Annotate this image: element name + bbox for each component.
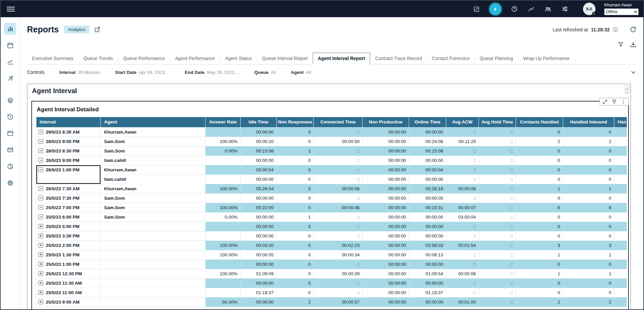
metric-cell[interactable]: :: (479, 165, 516, 174)
metric-cell[interactable]: 0 (563, 231, 614, 241)
sidebar-item-window[interactable] (4, 127, 16, 139)
metric-cell[interactable]: :: (314, 231, 363, 241)
metric-cell[interactable]: 2 (277, 297, 314, 307)
metric-cell[interactable] (614, 250, 627, 259)
menu-icon[interactable] (7, 7, 15, 11)
metric-cell[interactable] (206, 156, 241, 165)
metric-cell[interactable]: 00:03:30 (241, 241, 277, 250)
metric-cell[interactable]: 0 (516, 165, 563, 174)
metric-cell[interactable] (206, 193, 241, 203)
sidebar-item-layers[interactable] (4, 94, 16, 106)
metric-cell[interactable]: 6 (516, 203, 563, 212)
agent-cell[interactable]: Khurram.Awan (101, 184, 206, 193)
metric-cell[interactable]: :: (479, 212, 516, 222)
metric-cell[interactable]: 00:00:00 (363, 278, 409, 288)
column-header-connected-time[interactable]: Connected Time (314, 117, 363, 127)
metric-cell[interactable]: 0 (563, 174, 614, 184)
collapse-icon[interactable]: − (38, 130, 43, 134)
agent-cell[interactable]: liam.cahill (101, 174, 206, 184)
metric-cell[interactable]: 2 (563, 297, 614, 307)
metric-cell[interactable]: :: (314, 288, 363, 297)
metric-cell[interactable]: 0 (277, 278, 314, 288)
control-agent[interactable]: AgentAll (291, 70, 311, 75)
interval-cell[interactable]: −26/5/23 7:30 AM (36, 184, 101, 193)
metric-cell[interactable]: 00:00:00 (409, 212, 446, 222)
column-header-contacts-handled[interactable]: Contacts Handled (516, 117, 563, 127)
metric-cell[interactable] (614, 222, 627, 231)
metric-cell[interactable]: :: (479, 288, 516, 297)
agent-cell[interactable]: Khurram.Awan (101, 165, 206, 174)
collapse-icon[interactable]: − (38, 139, 43, 144)
metric-cell[interactable]: 00:00:00 (241, 193, 277, 203)
metric-cell[interactable] (206, 288, 241, 297)
agent-cell[interactable] (101, 269, 206, 278)
tab-agent-interval-report[interactable]: Agent Interval Report (313, 53, 370, 64)
metric-cell[interactable] (614, 288, 627, 297)
metric-cell[interactable]: 00:00:00 (241, 278, 277, 288)
metric-cell[interactable] (614, 127, 627, 137)
metric-cell[interactable]: 00:00:46 (314, 203, 363, 212)
agent-cell[interactable] (101, 250, 206, 259)
interval-cell[interactable]: −26/5/23 9:00 PM (36, 156, 101, 165)
metric-cell[interactable]: 0 (563, 156, 614, 165)
metric-cell[interactable]: :: (479, 222, 516, 231)
metric-cell[interactable]: :: (446, 231, 479, 241)
metric-cell[interactable]: 00:00:00 (409, 174, 446, 184)
control-queue[interactable]: QueueAll (254, 70, 276, 75)
metric-cell[interactable] (206, 231, 241, 241)
metric-cell[interactable] (206, 174, 241, 184)
metric-cell[interactable]: 0 (516, 193, 563, 203)
metric-cell[interactable]: 0 (516, 231, 563, 241)
metric-cell[interactable]: 00:22:00 (241, 203, 277, 212)
users-icon[interactable] (544, 5, 552, 13)
interval-cell[interactable]: −29/5/23 8:30 AM (36, 127, 101, 137)
metric-cell[interactable]: :: (479, 231, 516, 241)
metric-cell[interactable]: :: (479, 146, 516, 156)
metric-cell[interactable]: :: (479, 269, 516, 278)
agent-cell[interactable]: Sam.Som (101, 146, 206, 156)
metric-cell[interactable] (614, 269, 627, 278)
metric-cell[interactable]: 0 (277, 137, 314, 146)
sidebar-item-calendar[interactable] (4, 39, 16, 51)
column-header-non-responses[interactable]: Non Responses (277, 117, 314, 127)
expand-icon[interactable]: + (38, 224, 43, 229)
sidebar-item-settings[interactable] (4, 177, 16, 189)
metric-cell[interactable]: 1 (516, 250, 563, 259)
tab-executive-summary[interactable]: Executive Summary (27, 53, 79, 64)
metric-cell[interactable]: 00:00:00 (409, 278, 446, 288)
agent-cell[interactable]: Sam.Som (101, 203, 206, 212)
agent-cell[interactable] (101, 231, 206, 241)
metric-cell[interactable] (206, 165, 241, 174)
interval-cell[interactable]: −28/5/23 8:30 PM (36, 146, 101, 156)
sliders-icon[interactable] (561, 5, 569, 13)
info-icon[interactable] (613, 27, 618, 32)
expand-icon[interactable]: + (38, 300, 43, 304)
metric-cell[interactable]: 00:00:00 (409, 259, 446, 269)
metric-cell[interactable]: 2 (563, 137, 614, 146)
metric-cell[interactable]: 00:00:00 (363, 231, 409, 241)
metric-cell[interactable]: :: (446, 165, 479, 174)
tab-queue-performance[interactable]: Queue Performance (118, 53, 170, 64)
metric-cell[interactable]: 0 (516, 222, 563, 231)
metric-cell[interactable]: 0 (563, 127, 614, 137)
metric-cell[interactable] (614, 193, 627, 203)
metric-cell[interactable]: 0 (277, 222, 314, 231)
metric-cell[interactable]: 100.00% (206, 184, 241, 193)
metric-cell[interactable]: :: (314, 146, 363, 156)
metric-cell[interactable]: :: (446, 222, 479, 231)
scroll-down-icon[interactable]: ▼ (625, 90, 630, 94)
agent-cell[interactable] (101, 278, 206, 288)
metric-cell[interactable]: 0 (277, 193, 314, 203)
metric-cell[interactable] (206, 127, 241, 137)
sidebar-item-history[interactable] (4, 111, 16, 123)
metric-cell[interactable]: 00:15:06 (409, 146, 446, 156)
agent-cell[interactable] (101, 241, 206, 250)
column-header-answer-rate[interactable]: Answer Rate (206, 117, 241, 127)
metric-cell[interactable]: 2 (516, 297, 563, 307)
metrics-icon[interactable] (527, 5, 535, 13)
interval-cell[interactable]: +25/5/23 3:30 PM (36, 231, 101, 241)
metric-cell[interactable]: 1 (516, 269, 563, 278)
tab-contract-trace-record[interactable]: Contract Trace Record (370, 53, 427, 64)
metric-cell[interactable]: 00:00:00 (409, 231, 446, 241)
metric-cell[interactable]: 0 (563, 193, 614, 203)
